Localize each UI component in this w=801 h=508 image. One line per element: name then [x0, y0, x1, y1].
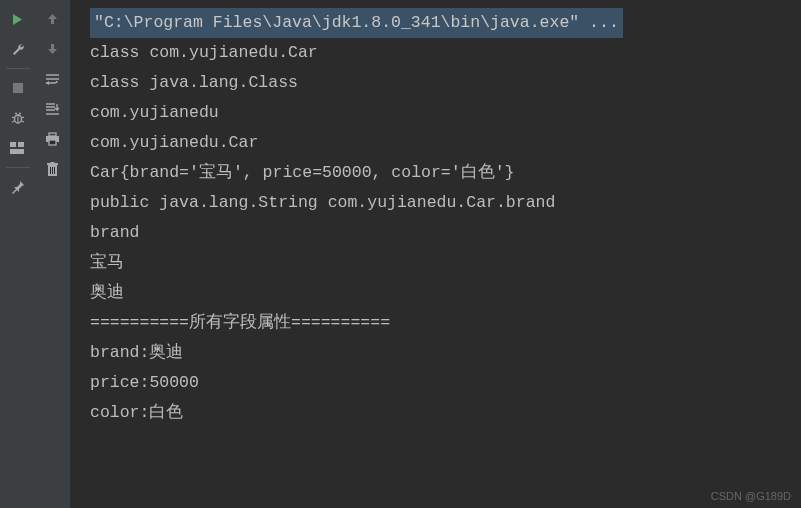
primary-toolbar — [0, 0, 35, 508]
pin-button[interactable] — [5, 174, 31, 200]
console-line: public java.lang.String com.yujianedu.Ca… — [90, 188, 801, 218]
stop-button[interactable] — [5, 75, 31, 101]
wrench-button[interactable] — [5, 36, 31, 62]
svg-point-8 — [19, 113, 21, 115]
trash-button[interactable] — [40, 156, 66, 182]
svg-line-5 — [12, 121, 15, 122]
console-line: brand:奥迪 — [90, 338, 801, 368]
svg-rect-11 — [10, 149, 24, 154]
svg-rect-10 — [18, 142, 24, 147]
watermark: CSDN @G189D — [711, 490, 791, 502]
arrow-down-button[interactable] — [40, 36, 66, 62]
console-line: 宝马 — [90, 248, 801, 278]
svg-point-7 — [15, 113, 17, 115]
bug-button[interactable] — [5, 105, 31, 131]
soft-wrap-button[interactable] — [40, 66, 66, 92]
console-line: color:白色 — [90, 398, 801, 428]
arrow-up-button[interactable] — [40, 6, 66, 32]
console-line: com.yujianedu — [90, 98, 801, 128]
console-line: brand — [90, 218, 801, 248]
scroll-to-end-button[interactable] — [40, 96, 66, 122]
console-line: "C:\Program Files\Java\jdk1.8.0_341\bin\… — [90, 8, 623, 38]
svg-line-4 — [21, 117, 24, 118]
svg-line-6 — [21, 121, 24, 122]
divider — [6, 167, 30, 168]
run-button[interactable] — [5, 6, 31, 32]
svg-rect-20 — [49, 140, 56, 145]
console-line: class java.lang.Class — [90, 68, 801, 98]
svg-rect-18 — [49, 133, 56, 136]
svg-rect-23 — [51, 162, 55, 164]
secondary-toolbar — [35, 0, 70, 508]
console-line: com.yujianedu.Car — [90, 128, 801, 158]
svg-rect-9 — [10, 142, 16, 147]
print-button[interactable] — [40, 126, 66, 152]
console-line: Car{brand='宝马', price=50000, color='白色'} — [90, 158, 801, 188]
console-line: ==========所有字段属性========== — [90, 308, 801, 338]
console-line: price:50000 — [90, 368, 801, 398]
svg-line-3 — [12, 117, 15, 118]
console-line: class com.yujianedu.Car — [90, 38, 801, 68]
svg-rect-0 — [13, 83, 23, 93]
console-line: 奥迪 — [90, 278, 801, 308]
divider — [6, 68, 30, 69]
layout-button[interactable] — [5, 135, 31, 161]
console-output[interactable]: "C:\Program Files\Java\jdk1.8.0_341\bin\… — [70, 0, 801, 508]
